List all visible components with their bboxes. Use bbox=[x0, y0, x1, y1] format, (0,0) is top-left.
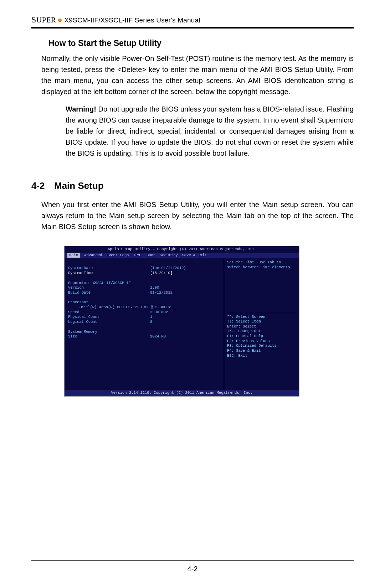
header-rule bbox=[31, 27, 354, 29]
section-title: 4-2Main Setup bbox=[31, 180, 354, 191]
section-number: 4-2 bbox=[31, 180, 54, 191]
bios-field-label: Logical Count bbox=[68, 320, 150, 325]
warning-paragraph: Warning! Do not upgrade the BIOS unless … bbox=[66, 104, 354, 159]
page-footer: 4-2 bbox=[31, 560, 354, 573]
manual-header: SUPER X9SCM-IIF/X9SCL-IIF Series User's … bbox=[31, 15, 354, 25]
bios-help-divider bbox=[227, 313, 296, 313]
bios-field-value: 1 bbox=[150, 315, 152, 320]
bios-field-label: System Time bbox=[68, 271, 150, 276]
warning-text: Do not upgrade the BIOS unless your syst… bbox=[66, 105, 354, 157]
bios-screenshot: Aptio Setup Utility – Copyright (C) 2011… bbox=[64, 246, 299, 397]
bios-field-label: Physical Count bbox=[68, 315, 150, 320]
bios-processor-model: Intel(R) Xeon(R) CPU E3-1230 V2 @ 3.30GH… bbox=[68, 305, 171, 310]
warning-label: Warning! bbox=[66, 105, 96, 113]
bios-field-label: Size bbox=[68, 334, 150, 339]
bios-tabs: Main Advanced Event Logs IPMI Boot Secur… bbox=[65, 253, 299, 258]
bios-field-value: 1.00 bbox=[150, 285, 159, 290]
paragraph: When you first enter the AMI BIOS Setup … bbox=[41, 199, 354, 232]
bios-help-text: Set the Time. Use Tab to bbox=[227, 260, 296, 265]
brand-logo: SUPER bbox=[31, 15, 56, 25]
bios-field-label: Version bbox=[68, 285, 150, 290]
bios-nav-hint: Enter: Select bbox=[227, 324, 296, 329]
bios-body: System Date[Tue 01/24/2012] System Time[… bbox=[65, 258, 299, 390]
bios-field-value: 01/12/2012 bbox=[150, 290, 173, 295]
section-name: Main Setup bbox=[54, 180, 104, 191]
footer-rule bbox=[31, 560, 354, 561]
bios-nav-hint: ↑↓: Select Item bbox=[227, 319, 296, 324]
bios-window: Aptio Setup Utility – Copyright (C) 2011… bbox=[64, 246, 299, 397]
brand-dot-icon bbox=[58, 19, 62, 22]
bios-tab-advanced[interactable]: Advanced bbox=[84, 253, 102, 258]
page-number: 4-2 bbox=[31, 565, 354, 573]
bios-field-value[interactable]: [Tue 01/24/2012] bbox=[150, 266, 186, 271]
bios-field-value: 3300 MHz bbox=[150, 310, 168, 315]
subsection-title: How to Start the Setup Utility bbox=[48, 38, 354, 48]
paragraph: Normally, the only visible Power-On Self… bbox=[41, 53, 354, 97]
bios-field-label: Build Date bbox=[68, 290, 150, 295]
bios-right-pane: Set the Time. Use Tab to switch between … bbox=[224, 258, 299, 390]
bios-nav-hint: F3: Optimized Defaults bbox=[227, 344, 296, 349]
bios-field-value[interactable]: [16:29:10] bbox=[150, 271, 173, 276]
bios-tab-eventlogs[interactable]: Event Logs bbox=[107, 253, 129, 258]
bios-memory-header: System Memory bbox=[68, 330, 97, 335]
bios-left-pane: System Date[Tue 01/24/2012] System Time[… bbox=[65, 258, 224, 390]
bios-field-value: 1024 MB bbox=[150, 334, 166, 339]
bios-tab-security[interactable]: Security bbox=[160, 253, 178, 258]
bios-help-text: switch between Time elements. bbox=[227, 265, 296, 270]
bios-tab-main[interactable]: Main bbox=[67, 253, 80, 258]
bios-tab-saveexit[interactable]: Save & Exit bbox=[182, 253, 207, 258]
bios-tab-boot[interactable]: Boot bbox=[147, 253, 155, 258]
bios-field-value: 8 bbox=[150, 320, 152, 325]
bios-nav-hint: ESC: Exit bbox=[227, 354, 296, 359]
bios-nav-hint: +/-: Change Opt. bbox=[227, 329, 296, 334]
bios-nav-hint: F2: Previous Values bbox=[227, 339, 296, 344]
manual-title: X9SCM-IIF/X9SCL-IIF Series User's Manual bbox=[64, 16, 200, 24]
bios-footer: Version 2.14.1219. Copyright (C) 2011 Am… bbox=[65, 390, 299, 396]
bios-titlebar: Aptio Setup Utility – Copyright (C) 2011… bbox=[65, 246, 299, 253]
bios-board-line: Supermicro X9SCL-II/X9SCM-II bbox=[68, 281, 131, 286]
bios-field-label: System Date bbox=[68, 266, 150, 271]
bios-field-label: Speed bbox=[68, 310, 150, 315]
bios-nav-hint: F1: General Help bbox=[227, 334, 296, 339]
bios-nav-hint: **: Select Screen bbox=[227, 315, 296, 320]
bios-processor-header: Processor bbox=[68, 300, 88, 305]
bios-nav-hint: F4: Save & Exit bbox=[227, 349, 296, 354]
bios-tab-ipmi[interactable]: IPMI bbox=[133, 253, 142, 258]
